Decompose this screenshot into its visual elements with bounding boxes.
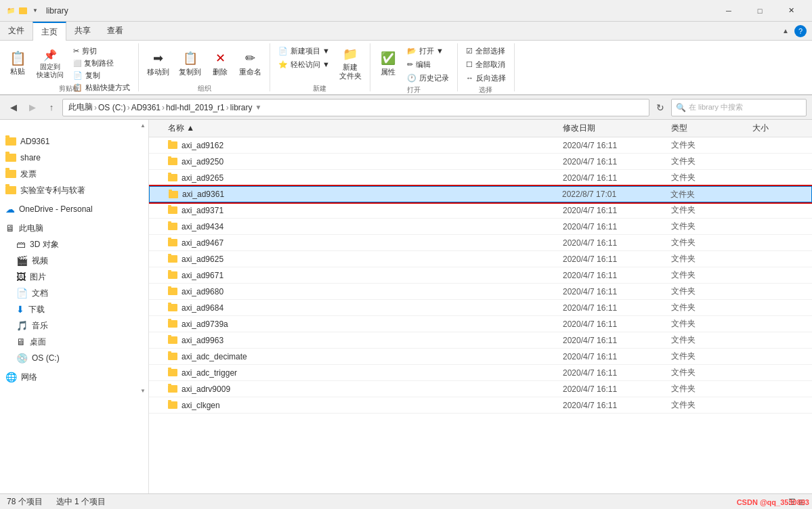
file-row[interactable]: axi_ad9434 2020/4/7 16:11 文件夹 (149, 219, 812, 235)
pin-label: 固定到快速访问 (37, 63, 64, 79)
paste-label: 粘贴 (10, 66, 25, 76)
sidebar-item-video[interactable]: 🎬 视频 (0, 252, 148, 269)
open-label: 打开 ▼ (419, 46, 444, 56)
col-header-size[interactable]: 大小 (752, 123, 807, 134)
file-row[interactable]: axi_ad9680 2020/4/7 16:11 文件夹 (149, 284, 812, 300)
col-header-type[interactable]: 类型 (671, 123, 752, 134)
open-button[interactable]: 📂 打开 ▼ (403, 45, 453, 57)
col-header-name[interactable]: 名称 ▲ (154, 123, 563, 134)
file-row[interactable]: axi_ad9467 2020/4/7 16:11 文件夹 (149, 235, 812, 251)
file-date-16: 2020/4/7 16:11 (563, 401, 671, 410)
cut-button[interactable]: ✂ 剪切 (69, 45, 134, 57)
sidebar-item-music[interactable]: 🎵 音乐 (0, 317, 148, 334)
pin-button[interactable]: 📌 固定到快速访问 (33, 45, 68, 83)
rename-button[interactable]: ✏ 重命名 (235, 45, 265, 83)
file-row[interactable]: axi_clkgen 2020/4/7 16:11 文件夹 (149, 397, 812, 414)
new-item-button[interactable]: 📄 新建项目 ▼ (274, 45, 334, 57)
file-row[interactable]: axi_ad9739a 2020/4/7 16:11 文件夹 (149, 316, 812, 332)
path-library[interactable]: library (230, 103, 253, 112)
sidebar-item-fapiao[interactable]: 发票 (0, 166, 148, 182)
file-row[interactable]: axi_ad9625 2020/4/7 16:11 文件夹 (149, 251, 812, 267)
title-dropdown-icon[interactable]: ▼ (30, 5, 41, 16)
new-folder-button[interactable]: 📁 新建文件夹 (335, 45, 366, 83)
file-row[interactable]: axi_ad9963 2020/4/7 16:11 文件夹 (149, 332, 812, 349)
refresh-button[interactable]: ↻ (652, 99, 668, 116)
file-row[interactable]: axi_ad9265 2020/4/7 16:11 文件夹 (149, 170, 812, 186)
paste-button[interactable]: 📋 粘贴 (4, 45, 31, 83)
tab-home[interactable]: 主页 (33, 22, 66, 41)
move-to-button[interactable]: ➡ 移动到 (143, 45, 173, 83)
file-row[interactable]: axi_ad9371 2020/4/7 16:11 文件夹 (149, 202, 812, 219)
file-row[interactable]: axi_ad9162 2020/4/7 16:11 文件夹 (149, 137, 812, 154)
path-hdl[interactable]: hdl-hdl_2019_r1 (166, 103, 225, 112)
col-header-date[interactable]: 修改日期 (563, 123, 671, 134)
sidebar-item-onedrive[interactable]: ☁ OneDrive - Personal (0, 201, 148, 217)
sidebar-item-images[interactable]: 🖼 图片 (0, 269, 148, 285)
file-name-14: axi_adc_trigger (154, 368, 563, 378)
file-type-12: 文件夹 (671, 334, 752, 346)
close-button[interactable]: ✕ (775, 0, 807, 22)
file-row[interactable]: axi_adc_decimate 2020/4/7 16:11 文件夹 (149, 349, 812, 365)
sidebar-item-network[interactable]: 🌐 网络 (0, 369, 148, 385)
path-c-drive[interactable]: OS (C:) (98, 103, 126, 112)
path-dropdown-icon[interactable]: ▼ (255, 104, 261, 111)
edit-button[interactable]: ✏ 编辑 (403, 58, 453, 70)
docs-icon: 📄 (16, 288, 28, 298)
file-row[interactable]: axi_adc_trigger 2020/4/7 16:11 文件夹 (149, 365, 812, 381)
sidebar-item-docs[interactable]: 📄 文档 (0, 285, 148, 301)
path-this-pc[interactable]: 此电脑 (68, 102, 93, 113)
tab-file[interactable]: 文件 (0, 22, 33, 40)
sidebar-item-3d[interactable]: 🗃 3D 对象 (0, 236, 148, 252)
search-box[interactable]: 🔍 在 library 中搜索 (671, 99, 807, 116)
back-button[interactable]: ◀ (5, 99, 22, 116)
file-name-11: axi_ad9739a (154, 319, 563, 329)
sidebar-item-os-drive[interactable]: 💿 OS (C:) (0, 350, 148, 366)
history-button[interactable]: 🕐 历史记录 (403, 72, 453, 84)
copy-path-button[interactable]: ⬜ 复制路径 (69, 57, 134, 69)
file-row[interactable]: axi_ad9671 2020/4/7 16:11 文件夹 (149, 267, 812, 284)
minimize-button[interactable]: ─ (713, 0, 744, 22)
file-list-rows: axi_ad9162 2020/4/7 16:11 文件夹 axi_ad9250… (149, 137, 812, 414)
sidebar-item-desktop[interactable]: 🖥 桌面 (0, 334, 148, 350)
file-type-8: 文件夹 (671, 269, 752, 281)
properties-icon: ✅ (381, 51, 396, 66)
properties-button[interactable]: ✅ 属性 (375, 45, 402, 83)
copy-button[interactable]: 📄 复制 (69, 69, 134, 81)
sidebar-item-downloads[interactable]: ⬇ 下载 (0, 301, 148, 317)
sidebar-item-share[interactable]: share (0, 150, 148, 166)
invert-selection-button[interactable]: ↔ 反向选择 (462, 72, 510, 84)
file-date-11: 2020/4/7 16:11 (563, 319, 671, 329)
file-row[interactable]: axi_ad9361 2022/8/7 17:01 文件夹 (149, 186, 812, 202)
path-ad9361[interactable]: AD9361 (131, 103, 161, 112)
ribbon-collapse-icon[interactable]: ▲ (782, 27, 789, 35)
sidebar-item-lab[interactable]: 实验室专利与软著 (0, 182, 148, 198)
select-none-icon: ☐ (466, 60, 473, 69)
select-all-button[interactable]: ☑ 全部选择 (462, 45, 510, 57)
sidebar-scroll-down-icon[interactable]: ▼ (140, 388, 146, 399)
copy-to-button[interactable]: 📋 复制到 (175, 45, 205, 83)
address-path-input[interactable]: 此电脑 › OS (C:) › AD9361 › hdl-hdl_2019_r1… (62, 99, 649, 116)
help-icon[interactable]: ? (794, 25, 807, 37)
sidebar-label-thispc: 此电脑 (19, 223, 43, 234)
tab-view[interactable]: 查看 (99, 22, 131, 40)
file-row[interactable]: axi_ad9684 2020/4/7 16:11 文件夹 (149, 300, 812, 316)
select-none-button[interactable]: ☐ 全部取消 (462, 58, 510, 70)
file-row[interactable]: axi_ad9250 2020/4/7 16:11 文件夹 (149, 154, 812, 170)
maximize-button[interactable]: □ (744, 0, 775, 22)
edit-label: 编辑 (416, 60, 431, 70)
sidebar-label-images: 图片 (30, 271, 46, 283)
new-label: 新建 (313, 83, 326, 93)
sidebar-scroll-up-icon[interactable]: ▲ (140, 123, 146, 133)
tab-share[interactable]: 共享 (66, 22, 99, 40)
forward-button[interactable]: ▶ (24, 99, 41, 116)
delete-button[interactable]: ✕ 删除 (207, 45, 234, 83)
file-name-16: axi_clkgen (154, 401, 563, 410)
file-row[interactable]: axi_adrv9009 2020/4/7 16:11 文件夹 (149, 381, 812, 397)
up-button[interactable]: ↑ (43, 99, 60, 116)
file-date-14: 2020/4/7 16:11 (563, 368, 671, 378)
easy-access-button[interactable]: ⭐ 轻松访问 ▼ (274, 58, 334, 70)
sidebar-item-thispc[interactable]: 🖥 此电脑 (0, 220, 148, 236)
sidebar-item-ad9361[interactable]: AD9361 (0, 133, 148, 150)
delete-icon: ✕ (215, 51, 226, 66)
window-title: library (46, 6, 713, 16)
